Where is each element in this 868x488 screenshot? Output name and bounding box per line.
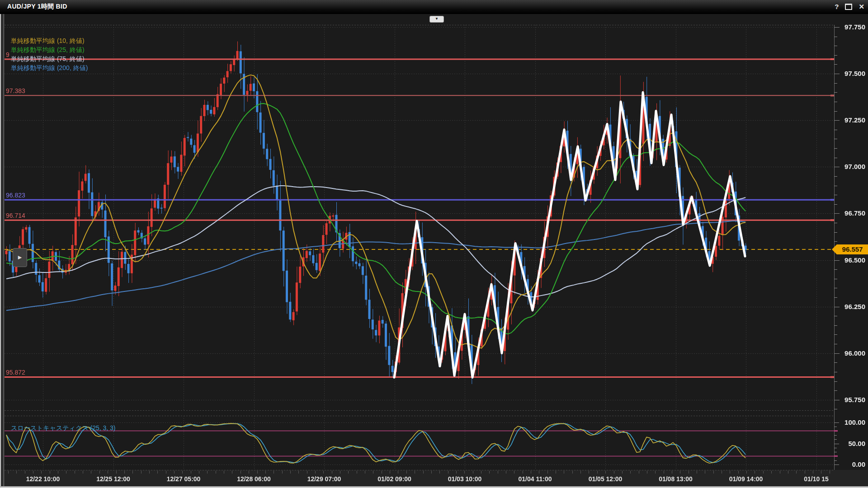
price-chart-canvas[interactable] [0,0,868,488]
price-axis-label: 96.750 [834,209,865,217]
time-axis-label: 12/22 10:00 [26,475,60,483]
help-button[interactable]: ? [835,2,839,12]
chevron-down-icon: ▼ [435,17,439,21]
price-axis-label: 97.250 [834,116,865,124]
price-axis-label: 95.750 [834,396,865,404]
close-button[interactable]: ✕ [859,2,864,12]
trading-app-window: AUD/JPY 1時間 BID ? ✕ ▼ ▶ 単純移動平均線 (10, 終値)… [0,0,868,488]
time-axis-label: 12/28 06:00 [237,475,271,483]
time-axis-label: 01/03 10:00 [448,475,482,483]
time-axis-label: 01/04 11:00 [519,475,552,483]
price-axis-label: 96.500 [834,256,865,264]
level-price-label: 96.714 [6,212,25,219]
level-price-label: 9 [6,51,9,58]
time-axis-label: 01/05 12:00 [589,475,623,483]
time-axis-label: 12/29 07:00 [307,475,341,483]
legend-item-sma10: 単純移動平均線 (10, 終値) [11,37,88,46]
price-axis-label: 96.250 [834,303,865,310]
legend-item-sma75: 単純移動平均線 (75, 終値) [11,55,88,64]
stochastics-axis-label: 0.00 [834,460,865,468]
chevron-right-icon: ▶ [18,254,22,260]
maximize-button[interactable] [845,1,852,13]
stochastics-axis-label: 100.00 [834,418,865,426]
stochastics-label: スローストキャスティクス (25, 3, 3) [11,424,116,432]
legend-item-sma25: 単純移動平均線 (25, 終値) [11,46,88,55]
time-axis-label: 01/02 09:00 [377,475,411,483]
current-price-badge: 96.557 [837,244,868,254]
current-price-value: 96.557 [837,244,868,254]
window-title: AUD/JPY 1時間 BID [7,3,67,11]
time-axis-label: 01/09 14:00 [729,475,763,483]
maximize-icon [845,4,852,10]
legend-item-sma200: 単純移動平均線 (200, 終値) [11,64,88,73]
window-titlebar[interactable]: AUD/JPY 1時間 BID ? ✕ [0,0,868,14]
price-axis-label: 96.000 [834,349,865,357]
indicator-legend: 単純移動平均線 (10, 終値) 単純移動平均線 (25, 終値) 単純移動平均… [11,37,88,73]
level-price-label: 97.383 [6,87,25,94]
window-controls: ? ✕ [835,2,864,12]
level-price-label: 96.823 [6,192,25,199]
toolbar-collapse-button[interactable]: ▼ [429,16,444,23]
level-price-label: 95.872 [6,369,25,376]
price-axis-label: 97.000 [834,163,865,170]
side-panel-toggle[interactable]: ▶ [13,248,27,267]
time-axis-label: 12/27 05:00 [167,475,201,483]
price-axis-label: 97.500 [834,70,865,77]
time-axis-label: 01/10 15 [804,475,829,483]
stochastics-axis-label: 50.00 [834,440,865,447]
time-axis-label: 12/25 12:00 [96,475,130,483]
time-axis-label: 01/08 13:00 [659,475,693,483]
price-axis-label: 97.750 [834,23,865,31]
